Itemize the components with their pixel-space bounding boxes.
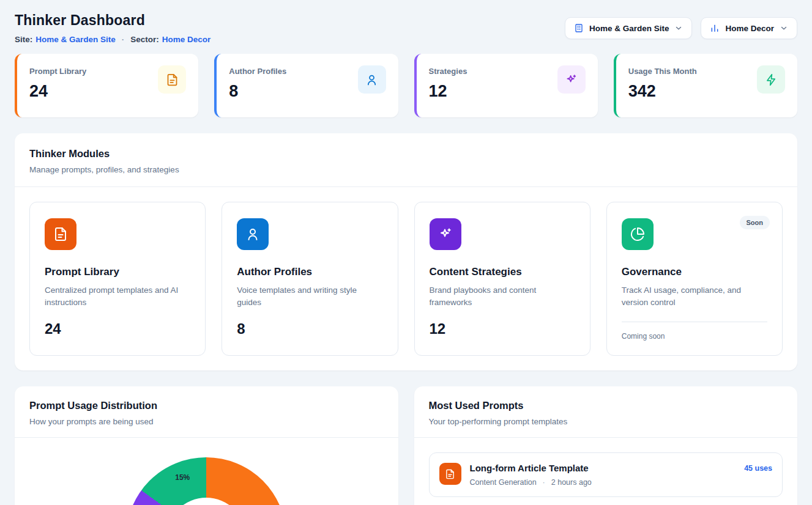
modules-subtitle: Manage prompts, profiles, and strategies xyxy=(29,165,783,174)
page-title: Thinker Dashboard xyxy=(15,12,210,29)
separator-dot: · xyxy=(122,35,125,44)
modules-grid: Prompt Library Centralized prompt templa… xyxy=(15,187,797,370)
separator-dot: · xyxy=(543,478,545,487)
usage-donut: 15% xyxy=(126,457,286,505)
module-count: 8 xyxy=(237,320,382,337)
stat-card-author-profiles: Author Profiles 8 xyxy=(214,54,398,117)
most-used-header: Most Used Prompts Your top-performing pr… xyxy=(414,386,798,438)
donut-hole xyxy=(166,498,246,505)
stat-label: Author Profiles xyxy=(229,67,286,76)
prompt-item-time: 2 hours ago xyxy=(551,478,592,487)
prompt-item-title: Long-form Article Template xyxy=(470,463,592,473)
sector-link[interactable]: Home Decor xyxy=(162,35,211,44)
module-title: Author Profiles xyxy=(237,266,382,278)
prompt-item-meta: Content Generation · 2 hours ago xyxy=(470,478,592,487)
module-count: 24 xyxy=(45,320,190,337)
module-description: Brand playbooks and content frameworks xyxy=(430,284,575,309)
thinker-modules-section: Thinker Modules Manage prompts, profiles… xyxy=(15,133,797,370)
soon-badge: Soon xyxy=(740,216,770,229)
stat-label: Prompt Library xyxy=(29,67,86,76)
prompt-item-text: Long-form Article Template Content Gener… xyxy=(470,463,592,487)
stat-value: 24 xyxy=(29,82,86,101)
building-icon xyxy=(574,23,584,33)
modules-title: Thinker Modules xyxy=(29,148,783,160)
site-selector-dropdown[interactable]: Home & Garden Site xyxy=(565,17,693,39)
prompt-list-item[interactable]: Long-form Article Template Content Gener… xyxy=(429,452,783,497)
module-divider xyxy=(622,322,767,322)
pie-chart-icon xyxy=(622,218,654,250)
bar-chart-icon xyxy=(710,23,720,33)
stat-text: Author Profiles 8 xyxy=(229,64,286,101)
stats-row: Prompt Library 24 Author Profiles 8 Stra… xyxy=(15,54,797,117)
stat-text: Usage This Month 342 xyxy=(628,64,697,101)
site-link[interactable]: Home & Garden Site xyxy=(35,35,116,44)
donut-segment-label: 15% xyxy=(175,473,190,482)
stat-text: Prompt Library 24 xyxy=(29,64,86,101)
module-description: Track AI usage, compliance, and version … xyxy=(622,284,767,309)
document-icon xyxy=(158,65,186,94)
bottom-row: Prompt Usage Distribution How your promp… xyxy=(15,386,797,505)
header-left: Thinker Dashboard Site: Home & Garden Si… xyxy=(15,12,210,44)
usage-panel-title: Prompt Usage Distribution xyxy=(29,400,384,411)
usage-panel-header: Prompt Usage Distribution How your promp… xyxy=(15,386,398,438)
stat-label: Usage This Month xyxy=(628,67,697,76)
module-card-content-strategies[interactable]: Content Strategies Brand playbooks and c… xyxy=(414,202,590,356)
module-card-author-profiles[interactable]: Author Profiles Voice templates and writ… xyxy=(222,202,398,356)
sector-label: Sector: xyxy=(130,35,159,44)
coming-soon-text: Coming soon xyxy=(622,332,767,341)
module-title: Content Strategies xyxy=(430,266,575,278)
user-icon xyxy=(237,218,269,250)
most-used-subtitle: Your top-performing prompt templates xyxy=(429,417,783,426)
stat-value: 342 xyxy=(628,82,697,101)
chevron-down-icon xyxy=(780,24,788,32)
stat-text: Strategies 12 xyxy=(429,64,467,101)
module-title: Prompt Library xyxy=(45,266,190,278)
header-selectors: Home & Garden Site Home Decor xyxy=(565,17,797,39)
document-icon xyxy=(439,463,461,485)
module-count: 12 xyxy=(430,320,575,337)
dashboard-page: Thinker Dashboard Site: Home & Garden Si… xyxy=(0,0,812,505)
sector-selector-label: Home Decor xyxy=(725,24,774,33)
modules-header: Thinker Modules Manage prompts, profiles… xyxy=(15,133,797,187)
document-icon xyxy=(45,218,76,250)
breadcrumb: Site: Home & Garden Site · Sector: Home … xyxy=(15,35,210,44)
module-card-governance[interactable]: Soon Governance Track AI usage, complian… xyxy=(606,202,783,356)
usage-panel-subtitle: How your prompts are being used xyxy=(29,417,384,426)
site-label: Site: xyxy=(15,35,32,44)
stat-card-strategies: Strategies 12 xyxy=(414,54,598,117)
module-card-prompt-library[interactable]: Prompt Library Centralized prompt templa… xyxy=(29,202,206,356)
top-bar: Thinker Dashboard Site: Home & Garden Si… xyxy=(15,12,797,44)
most-used-prompts-panel: Most Used Prompts Your top-performing pr… xyxy=(414,386,798,505)
sparkle-star-icon xyxy=(557,65,586,94)
module-title: Governance xyxy=(622,266,767,278)
stat-value: 8 xyxy=(229,82,286,101)
usage-distribution-panel: Prompt Usage Distribution How your promp… xyxy=(15,386,398,505)
module-description: Centralized prompt templates and AI inst… xyxy=(45,284,190,309)
module-description: Voice templates and writing style guides xyxy=(237,284,382,309)
user-icon xyxy=(358,65,386,94)
donut-chart-area: 15% xyxy=(15,438,398,505)
stat-card-prompt-library: Prompt Library 24 xyxy=(15,54,198,117)
prompt-item-uses-badge: 45 uses xyxy=(744,463,772,473)
most-used-title: Most Used Prompts xyxy=(429,400,783,411)
sector-selector-dropdown[interactable]: Home Decor xyxy=(701,17,797,39)
site-selector-label: Home & Garden Site xyxy=(589,24,669,33)
stat-label: Strategies xyxy=(429,67,467,76)
chevron-down-icon xyxy=(674,24,683,32)
stat-value: 12 xyxy=(429,82,467,101)
bolt-icon xyxy=(757,65,785,94)
stat-card-usage: Usage This Month 342 xyxy=(614,54,797,117)
sparkle-star-icon xyxy=(430,218,461,250)
prompt-item-category: Content Generation xyxy=(470,478,537,487)
